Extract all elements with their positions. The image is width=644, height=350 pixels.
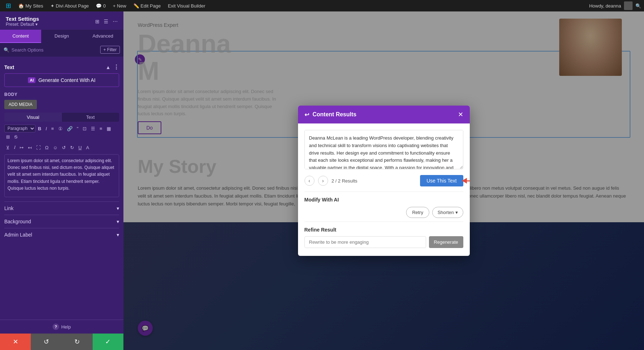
body-label: Body — [4, 92, 119, 97]
link-button[interactable]: 🔗 — [65, 125, 74, 132]
indent-button[interactable]: ↦ — [18, 144, 25, 151]
shorten-button[interactable]: Shorten ▾ — [432, 207, 463, 218]
align-center-button[interactable]: ☰ — [89, 125, 97, 132]
subscript-button[interactable]: ⊻ — [4, 144, 11, 151]
align-left-button[interactable]: ⊡ — [81, 125, 88, 132]
arrow-line — [467, 180, 470, 181]
search-icon[interactable]: 🔍 — [635, 3, 641, 9]
italic2-button[interactable]: 𝐼 — [12, 144, 17, 151]
redo-editor-button[interactable]: ↻ — [68, 144, 76, 151]
modal-title: Content Results — [313, 111, 357, 118]
exit-builder-btn[interactable]: Exit Visual Builder — [165, 0, 208, 11]
user-avatar — [624, 1, 633, 10]
editor-body-text: Lorem ipsum dolor sit amet, consectetur … — [4, 154, 119, 197]
bottom-bar: ✕ ↺ ↻ ✓ — [0, 334, 123, 350]
my-sites-menu[interactable]: 🏠 My Sites — [15, 0, 46, 11]
refine-label: Refine Result — [304, 227, 463, 233]
ordered-list-button[interactable]: ① — [57, 125, 64, 132]
divi-page-menu[interactable]: ✦ Divi About Page — [48, 0, 92, 11]
filter-button[interactable]: + Filter — [100, 46, 120, 54]
modal-overlay: ↩ Content Results ✕ Deanna McLean is a l… — [123, 11, 644, 350]
tab-design[interactable]: Design — [41, 30, 82, 43]
undo-button[interactable]: ↺ — [31, 334, 62, 350]
text-section-header[interactable]: Text ▲ ⋮ — [4, 61, 119, 73]
blockquote-button[interactable]: " — [75, 125, 80, 132]
grid-icon[interactable]: ⊞ — [95, 19, 99, 24]
ai-icon: AI — [28, 77, 35, 83]
panel-footer: ? Help — [0, 320, 123, 334]
wp-logo[interactable]: ⊞ — [3, 0, 14, 11]
editor-tab-visual[interactable]: Visual — [4, 113, 62, 122]
use-this-text-button[interactable]: Use This Text — [420, 175, 463, 186]
help-icon: ? — [53, 324, 59, 330]
refine-input[interactable] — [304, 236, 426, 248]
help-button[interactable]: ? Help — [53, 324, 71, 330]
modify-buttons: Retry Shorten ▾ — [304, 207, 463, 218]
admin-label-chevron: ▾ — [117, 232, 119, 238]
more-options-icon[interactable]: ⋯ — [113, 19, 118, 24]
search-options-input[interactable] — [11, 47, 98, 53]
italic-button[interactable]: I — [44, 125, 49, 132]
layout-icon[interactable]: ☰ — [104, 19, 108, 24]
color-button[interactable]: A — [84, 144, 91, 151]
table-button[interactable]: ⊞ — [4, 133, 12, 141]
fullscreen-button[interactable]: ⛶ — [34, 144, 43, 151]
search-icon: 🔍 — [4, 47, 9, 53]
text-section-chevron: ▲ — [106, 64, 111, 70]
editor-tab-text[interactable]: Text — [62, 113, 119, 122]
content-results-modal: ↩ Content Results ✕ Deanna McLean is a l… — [298, 106, 470, 256]
new-menu[interactable]: + New — [110, 0, 129, 11]
paragraph-select[interactable]: Paragraph — [4, 125, 35, 132]
cancel-button[interactable]: ✕ — [0, 334, 31, 350]
panel-icons: ⊞ ☰ ⋯ — [95, 19, 118, 24]
shorten-dropdown-icon: ▾ — [455, 210, 458, 215]
undo-editor-button[interactable]: ↺ — [60, 144, 68, 151]
special-char-button[interactable]: Ω — [43, 144, 50, 151]
modal-body: Deanna McLean is a leading WordPress dev… — [298, 123, 470, 256]
next-result-button[interactable]: › — [318, 176, 328, 186]
text-section-dots[interactable]: ⋮ — [113, 64, 119, 71]
modal-header: ↩ Content Results ✕ — [298, 106, 470, 123]
generate-ai-button[interactable]: AI Generate Content With AI — [4, 73, 119, 87]
strikethrough-button[interactable]: S — [13, 133, 19, 141]
outdent-button[interactable]: ↤ — [26, 144, 34, 151]
unordered-list-button[interactable]: ≡ — [49, 125, 56, 132]
add-media-button[interactable]: ADD MEDIA — [4, 100, 37, 109]
background-section-header[interactable]: Background ▾ — [4, 219, 119, 224]
edit-page-btn[interactable]: ✏️ Edit Page — [131, 0, 164, 11]
link-section-header[interactable]: Link ▾ — [4, 205, 119, 211]
retry-button[interactable]: Retry — [406, 207, 429, 218]
link-section: Link ▾ — [4, 201, 119, 215]
modal-close-button[interactable]: ✕ — [458, 111, 463, 118]
modify-section: Modify With AI Retry Shorten ▾ — [304, 191, 463, 222]
background-section: Background ▾ — [4, 215, 119, 228]
modify-label: Modify With AI — [304, 197, 463, 203]
panel-tabs: Content Design Advanced — [0, 30, 123, 43]
wp-admin-bar: ⊞ 🏠 My Sites ✦ Divi About Page 💬 0 + New… — [0, 0, 644, 11]
arrow-head — [462, 178, 467, 184]
nav-result-row: ‹ › 2 / 2 Results Use This Text — [304, 175, 463, 186]
underline-button[interactable]: U — [77, 144, 83, 151]
refine-section: Refine Result Regenerate — [304, 222, 463, 249]
bold-button[interactable]: B — [36, 125, 43, 132]
background-chevron: ▾ — [117, 219, 119, 224]
tab-advanced[interactable]: Advanced — [82, 30, 123, 43]
redo-button[interactable]: ↻ — [62, 334, 93, 350]
prev-result-button[interactable]: ‹ — [304, 176, 314, 186]
tab-content[interactable]: Content — [0, 30, 41, 43]
admin-label-section-header[interactable]: Admin Label ▾ — [4, 232, 119, 238]
emoji-button[interactable]: ☺ — [51, 144, 59, 151]
red-arrow — [462, 178, 470, 184]
admin-label-section: Admin Label ▾ — [4, 228, 119, 241]
content-result-textarea[interactable]: Deanna McLean is a leading WordPress dev… — [304, 130, 463, 169]
editor-toolbar-row1: Paragraph B I ≡ ① 🔗 " ⊡ ☰ ≡ ▦ ⊞ S — [4, 125, 119, 141]
panel-content: Text ▲ ⋮ AI Generate Content With AI Bod… — [0, 57, 123, 320]
save-button[interactable]: ✓ — [93, 334, 123, 350]
align-justify-button[interactable]: ▦ — [105, 125, 113, 132]
panel-preset[interactable]: Preset: Default ▾ — [6, 22, 39, 27]
align-right-button[interactable]: ≡ — [98, 125, 104, 132]
panel-header: Text Settings Preset: Default ▾ ⊞ ☰ ⋯ — [0, 11, 123, 30]
howdy-text: Howdy, deanna — [589, 3, 621, 9]
comments-menu[interactable]: 💬 0 — [93, 0, 108, 11]
regenerate-button[interactable]: Regenerate — [429, 236, 463, 248]
